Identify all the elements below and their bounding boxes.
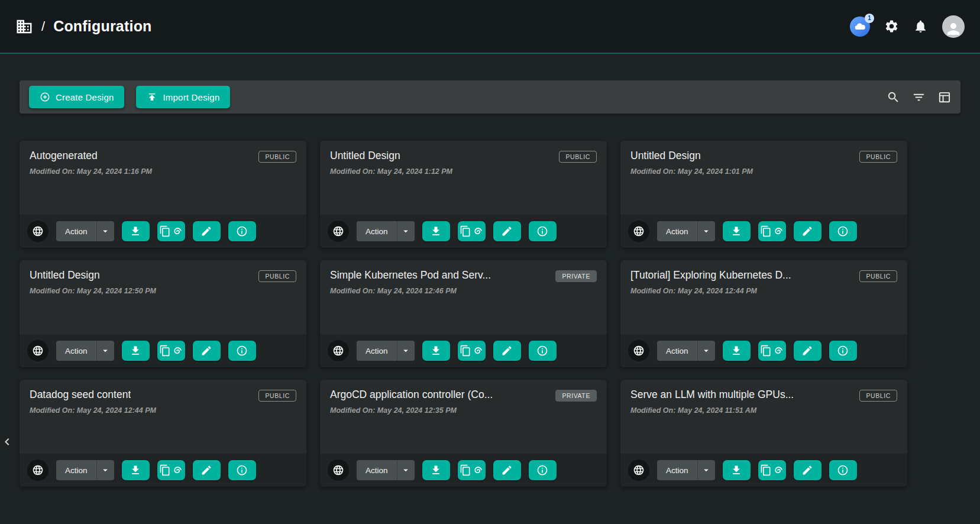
action-button[interactable]: Action — [56, 341, 96, 361]
edit-button[interactable] — [794, 341, 821, 361]
copy-icon — [159, 345, 171, 357]
copy-icon — [760, 345, 772, 357]
breadcrumb: / Configuration — [15, 18, 152, 35]
edit-button[interactable] — [794, 221, 821, 241]
info-button[interactable] — [228, 221, 256, 241]
globe-icon[interactable] — [27, 221, 48, 242]
copy-icon — [460, 225, 471, 237]
action-button[interactable]: Action — [56, 221, 96, 241]
copy-icon — [760, 225, 772, 237]
table-view-icon[interactable] — [937, 90, 951, 104]
visibility-badge: PUBLIC — [258, 390, 296, 402]
action-dropdown-button[interactable] — [397, 221, 415, 241]
clone-button[interactable] — [458, 221, 486, 241]
action-dropdown-button[interactable] — [697, 341, 715, 361]
clone-button[interactable] — [458, 460, 486, 480]
info-button[interactable] — [228, 341, 256, 361]
design-card-actions: Action — [620, 334, 907, 367]
create-design-button[interactable]: Create Design — [29, 86, 124, 108]
action-button[interactable]: Action — [56, 460, 96, 480]
edit-button[interactable] — [193, 341, 221, 361]
action-button[interactable]: Action — [657, 341, 697, 361]
action-dropdown-button[interactable] — [697, 221, 715, 241]
design-title: Untitled Design — [330, 150, 400, 162]
action-dropdown-button[interactable] — [96, 221, 114, 241]
download-button[interactable] — [422, 341, 450, 361]
edit-button[interactable] — [493, 341, 521, 361]
globe-icon[interactable] — [628, 221, 649, 242]
caret-down-icon — [100, 465, 111, 476]
download-button[interactable] — [122, 221, 150, 241]
globe-icon[interactable] — [27, 460, 48, 481]
design-grid: Autogenerated PUBLIC Modified On: May 24… — [20, 141, 980, 487]
edit-button[interactable] — [193, 221, 221, 241]
info-button[interactable] — [228, 460, 256, 480]
clone-button[interactable] — [758, 221, 786, 241]
search-icon[interactable] — [887, 90, 900, 104]
visibility-badge: PUBLIC — [559, 151, 597, 163]
action-button[interactable]: Action — [657, 460, 697, 480]
action-button[interactable]: Action — [357, 341, 397, 361]
kanvas-icon — [471, 225, 483, 237]
download-button[interactable] — [723, 460, 751, 480]
globe-icon[interactable] — [628, 460, 649, 481]
clone-button[interactable] — [758, 341, 786, 361]
design-card: Untitled Design PUBLIC Modified On: May … — [20, 260, 306, 367]
edit-button[interactable] — [193, 460, 221, 480]
kanvas-icon — [471, 464, 483, 476]
action-split-button: Action — [657, 221, 715, 241]
design-title: Autogenerated — [30, 150, 98, 162]
filter-icon[interactable] — [912, 90, 926, 104]
action-dropdown-button[interactable] — [697, 460, 715, 480]
info-button[interactable] — [829, 341, 857, 361]
info-button[interactable] — [829, 460, 857, 480]
globe-icon[interactable] — [27, 340, 48, 361]
import-design-button[interactable]: Import Design — [136, 86, 230, 108]
globe-icon[interactable] — [328, 340, 349, 361]
visibility-badge: PUBLIC — [258, 151, 296, 163]
design-card: [Tutorial] Exploring Kubernetes D... PUB… — [620, 260, 907, 367]
notification-bell-icon[interactable] — [913, 19, 928, 34]
modified-date: Modified On: May 24, 2024 1:12 PM — [330, 167, 597, 176]
cloud-logo-icon[interactable]: 1 — [850, 17, 870, 37]
edit-button[interactable] — [493, 221, 521, 241]
download-button[interactable] — [723, 221, 751, 241]
caret-down-icon — [701, 345, 711, 356]
edit-button[interactable] — [493, 460, 521, 480]
action-dropdown-button[interactable] — [397, 341, 415, 361]
globe-icon[interactable] — [328, 221, 349, 242]
caret-down-icon — [400, 465, 411, 476]
action-dropdown-button[interactable] — [96, 460, 114, 480]
clone-button[interactable] — [157, 221, 185, 241]
action-button[interactable]: Action — [357, 460, 397, 480]
download-button[interactable] — [422, 221, 450, 241]
download-button[interactable] — [422, 460, 450, 480]
info-button[interactable] — [529, 341, 557, 361]
modified-date: Modified On: May 24, 2024 12:44 PM — [30, 406, 296, 415]
action-button[interactable]: Action — [657, 221, 697, 241]
info-button[interactable] — [529, 460, 557, 480]
copy-icon — [159, 225, 171, 237]
clone-button[interactable] — [458, 341, 486, 361]
edit-button[interactable] — [794, 460, 821, 480]
action-button[interactable]: Action — [357, 221, 397, 241]
download-button[interactable] — [723, 341, 751, 361]
chevron-left-icon[interactable] — [0, 435, 14, 449]
info-button[interactable] — [829, 221, 857, 241]
globe-icon[interactable] — [328, 460, 349, 481]
avatar[interactable] — [942, 15, 965, 38]
info-button[interactable] — [529, 221, 557, 241]
action-dropdown-button[interactable] — [397, 460, 415, 480]
action-dropdown-button[interactable] — [96, 341, 114, 361]
notification-count-badge: 1 — [865, 14, 874, 23]
building-icon[interactable] — [15, 18, 33, 35]
globe-icon[interactable] — [628, 340, 649, 361]
download-button[interactable] — [122, 341, 150, 361]
clone-button[interactable] — [157, 341, 185, 361]
design-card-body: Datadog seed content PUBLIC Modified On:… — [20, 380, 306, 415]
download-button[interactable] — [122, 460, 150, 480]
import-design-label: Import Design — [163, 92, 219, 102]
settings-gear-icon[interactable] — [884, 19, 899, 34]
clone-button[interactable] — [157, 460, 185, 480]
clone-button[interactable] — [758, 460, 786, 480]
